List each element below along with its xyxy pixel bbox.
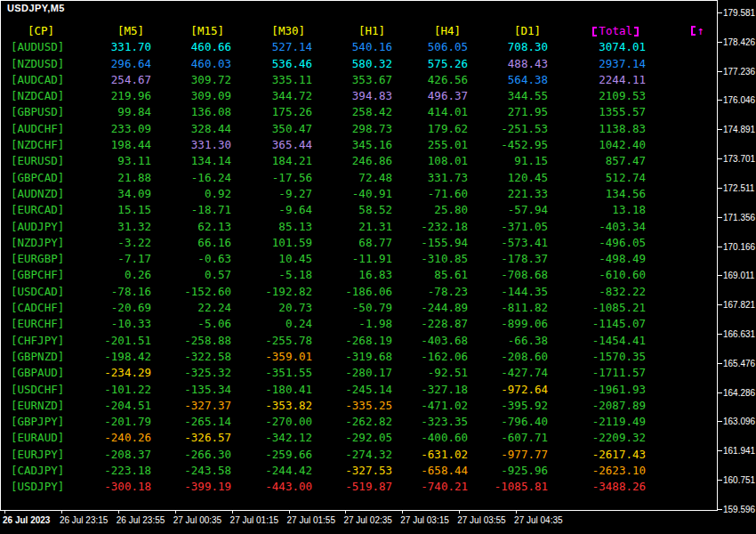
price-tick [718, 188, 722, 189]
value-cell: 255.01 [392, 137, 468, 153]
value-cell: -201.51 [89, 333, 151, 349]
value-cell: 1042.40 [548, 137, 646, 153]
value-cell: -266.30 [151, 447, 231, 463]
value-cell: 101.59 [231, 235, 312, 251]
value-cell: 85.13 [231, 219, 312, 235]
value-cell: 527.14 [231, 39, 312, 55]
value-cell: -740.21 [392, 479, 468, 495]
value-cell: 66.16 [151, 235, 231, 251]
value-cell: 1355.57 [548, 104, 646, 120]
value-cell: 344.72 [231, 88, 312, 104]
value-cell: 1138.83 [548, 121, 646, 137]
price-label: 160.751 [723, 475, 755, 485]
pair-label: [AUDCHF] [0, 121, 89, 137]
header-m5[interactable]: [M5] [82, 23, 144, 39]
value-cell: -2209.32 [548, 430, 646, 446]
time-tick [289, 511, 290, 514]
value-cell: -1.98 [312, 316, 392, 332]
value-cell: -498.49 [548, 251, 646, 267]
value-cell: -1145.07 [548, 316, 646, 332]
header-total[interactable]: Total [541, 23, 639, 39]
value-cell: -17.56 [231, 170, 312, 186]
pair-label: [NZDCHF] [0, 137, 89, 153]
table-row: [CADJPY]-223.18-243.58-244.42-327.53-658… [0, 463, 646, 479]
price-label: 161.941 [723, 446, 755, 456]
price-label: 167.821 [723, 300, 755, 310]
value-cell: -899.06 [468, 316, 548, 332]
time-label: 27 Jul 01:15 [230, 515, 279, 525]
value-cell: -658.44 [392, 463, 468, 479]
pair-label: [NZDUSD] [0, 56, 89, 72]
value-cell: -270.00 [231, 414, 312, 430]
value-cell: -243.58 [151, 463, 231, 479]
value-cell: 15.15 [89, 202, 151, 218]
value-cell: 331.30 [151, 137, 231, 153]
header-h1[interactable]: [H1] [305, 23, 385, 39]
value-cell: 85.61 [392, 267, 468, 283]
time-tick [118, 511, 119, 514]
value-cell: 2937.14 [548, 56, 646, 72]
time-tick [402, 511, 403, 514]
price-label: 164.286 [723, 388, 755, 398]
value-cell: -496.05 [548, 235, 646, 251]
value-cell: -0.63 [151, 251, 231, 267]
header-d1[interactable]: [D1] [461, 23, 541, 39]
table-row: [EURCHF]-10.33-5.060.24-1.98-228.87-899.… [0, 316, 646, 332]
header-m30[interactable]: [M30] [224, 23, 305, 39]
value-cell: -395.92 [468, 398, 548, 414]
value-cell: 31.32 [89, 219, 151, 235]
chart-border-top [0, 0, 718, 1]
value-cell: -708.68 [468, 267, 548, 283]
value-cell: 184.21 [231, 153, 312, 169]
price-label: 171.356 [723, 213, 755, 222]
table-row: [EURJPY]-208.37-266.30-259.66-274.32-631… [0, 447, 646, 463]
value-cell: 13.18 [548, 202, 646, 218]
header-m15[interactable]: [M15] [144, 23, 224, 39]
price-label: 174.891 [723, 125, 755, 134]
value-cell: 296.64 [89, 56, 151, 72]
value-cell: 331.73 [392, 170, 468, 186]
price-tick [718, 304, 722, 305]
value-cell: 10.45 [231, 251, 312, 267]
table-row: [NZDCHF]198.44331.30365.44345.16255.01-4… [0, 137, 646, 153]
value-cell: -155.94 [392, 235, 468, 251]
value-cell: -18.71 [151, 202, 231, 218]
value-cell: 536.46 [231, 56, 312, 72]
value-cell: -403.68 [392, 333, 468, 349]
pair-label: [NZDCAD] [0, 88, 89, 104]
header-cp: [CP] [0, 23, 82, 39]
value-cell: -325.32 [151, 365, 231, 381]
sort-direction-indicator[interactable]: ↑ [691, 24, 704, 37]
value-cell: 344.55 [468, 88, 548, 104]
value-cell: -9.27 [231, 186, 312, 202]
value-cell: 258.42 [312, 104, 392, 120]
price-tick [718, 129, 722, 130]
value-cell: -3488.26 [548, 479, 646, 495]
value-cell: 345.16 [312, 137, 392, 153]
value-cell: -2119.49 [548, 414, 646, 430]
price-tick [718, 275, 722, 276]
value-cell: 136.08 [151, 104, 231, 120]
value-cell: -162.06 [392, 349, 468, 365]
price-tick [718, 100, 722, 101]
value-cell: 99.84 [89, 104, 151, 120]
value-cell: 25.80 [392, 202, 468, 218]
time-label: 27 Jul 02:35 [343, 515, 392, 525]
value-cell: 246.86 [312, 153, 392, 169]
value-cell: -607.71 [468, 430, 548, 446]
value-cell: 394.83 [312, 88, 392, 104]
value-cell: 72.48 [312, 170, 392, 186]
time-label: 27 Jul 03:15 [400, 515, 449, 525]
value-cell: -268.19 [312, 333, 392, 349]
price-label: 173.701 [723, 154, 755, 164]
value-cell: -198.42 [89, 349, 151, 365]
header-h4[interactable]: [H4] [385, 23, 461, 39]
value-cell: 331.70 [89, 39, 151, 55]
pair-label: [EURCAD] [0, 202, 89, 218]
pair-label: [EURGBP] [0, 251, 89, 267]
price-label: 179.581 [723, 8, 755, 18]
value-cell: -1454.41 [548, 333, 646, 349]
value-cell: -5.06 [151, 316, 231, 332]
bracket-left-icon [691, 26, 696, 36]
pair-label: [USDCAD] [0, 284, 89, 300]
